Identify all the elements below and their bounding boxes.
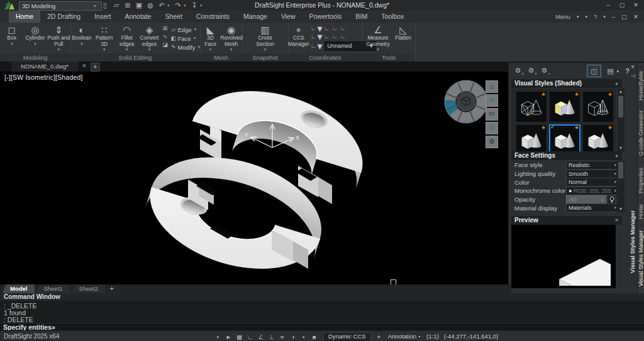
home-view-button[interactable]: ⌂ <box>486 80 498 93</box>
help-button[interactable]: ? <box>591 11 600 23</box>
edge-menu-button[interactable]: ▱ Edge ▾ <box>170 25 201 34</box>
command-window[interactable]: Command Window : _DELETE 1 found : DELET… <box>0 293 644 323</box>
rail-tab-home[interactable]: Home <box>638 200 644 223</box>
solid-erase-icon[interactable]: ◪ <box>160 41 169 49</box>
add-scale-button[interactable]: + <box>374 332 384 341</box>
tab-sheet2[interactable]: Sheet2 <box>72 284 106 293</box>
ccs-rotate-icon[interactable]: ∟ <box>339 33 347 41</box>
ccs-manager-button[interactable]: ⌖ CCS Manager <box>288 23 309 53</box>
convert-edges-button[interactable]: ◈ Convert edges ▾ <box>138 23 161 53</box>
document-tab[interactable]: NONAME_0.dwg* <box>11 62 78 72</box>
rotate-90-button[interactable]: 90 <box>486 108 498 121</box>
scroll-up-icon[interactable]: ▲ <box>617 89 625 95</box>
restore-button[interactable]: ▢ <box>615 0 629 11</box>
save-icon[interactable]: ▣ <box>133 0 145 11</box>
boolean-button[interactable]: ◐ Boolean ▾ <box>70 23 93 53</box>
polar-tracking-icon[interactable]: ∠ <box>255 332 266 341</box>
grid-icon[interactable]: ▦ <box>234 332 245 341</box>
panel-pin-icon[interactable]: ⊤ <box>628 72 637 80</box>
add-sheet-button[interactable]: + <box>107 284 117 293</box>
close-button[interactable]: ✕ <box>629 0 643 11</box>
styles-scrollbar[interactable]: ▲ ▼ <box>617 89 625 151</box>
tab-sheet1[interactable]: Sheet1 <box>36 284 70 293</box>
model-viewport[interactable]: ZXY [-][SW Isometric][Shaded] ⌂ ↺ 90 ↻ ⚙ <box>0 72 508 284</box>
new-file-icon[interactable]: ▯ <box>99 0 111 11</box>
undo-icon[interactable]: ↶ <box>156 0 167 11</box>
new-document-tab-button[interactable]: + <box>91 63 100 72</box>
style-thumb-shaded-edges[interactable]: ★ <box>583 125 613 151</box>
redo-caret-icon[interactable]: ▾ <box>184 0 189 11</box>
minimize-button[interactable]: – <box>601 0 615 11</box>
style-thumb-flat[interactable]: ★ <box>516 125 547 151</box>
rail-tab-homebyme[interactable]: HomeByMe <box>638 67 644 104</box>
rail-tab-gcode-generator[interactable]: G-code Generator <box>638 106 644 160</box>
undo-caret-icon[interactable]: ▾ <box>167 0 172 11</box>
entity-snap-icon[interactable]: ⌖ <box>213 332 223 341</box>
tab-bim[interactable]: BIM <box>348 11 374 23</box>
scroll-down-icon[interactable]: ▼ <box>617 206 625 212</box>
dynamic-ccs-button[interactable]: Dynamic CCS <box>323 332 371 341</box>
tab-model[interactable]: Model <box>3 284 35 293</box>
tab-manage[interactable]: Manage <box>236 11 274 23</box>
preview-section-header[interactable]: Preview ✕ <box>511 216 622 225</box>
preview-close-icon[interactable]: ✕ <box>614 216 619 225</box>
redo-icon[interactable]: ↷ <box>172 0 184 11</box>
delete-visual-style-button[interactable]: ⚙ − <box>538 65 551 76</box>
toggle-preview-button[interactable]: ◫ <box>587 65 601 77</box>
ccs-view-icon[interactable]: ∟ <box>339 24 347 33</box>
panel-close-icon[interactable]: ✕ <box>628 63 637 72</box>
face-menu-button[interactable]: ◧ Face ▾ <box>170 34 201 43</box>
ribbon-collapse-icon[interactable]: ▾ <box>582 11 591 23</box>
scroll-down-icon[interactable]: ▼ <box>617 145 625 151</box>
tab-insert[interactable]: Insert <box>87 11 118 23</box>
face-style-select[interactable]: Realistic ▾ <box>566 161 619 170</box>
push-pull-button[interactable]: ⇕ Push and Pull ▾ <box>47 23 70 53</box>
solid-sweep-icon[interactable]: ∿ <box>160 33 169 41</box>
tab-toolbox[interactable]: Toolbox <box>374 11 411 23</box>
material-display-select[interactable]: Materials ▾ <box>566 203 619 212</box>
wheel-settings-button[interactable]: ⚙ <box>486 136 498 148</box>
3d-face-button[interactable]: ◣ 3D Face ▾ <box>201 23 221 53</box>
tab-powertools[interactable]: Powertools <box>303 11 349 23</box>
measure-geometry-button[interactable]: ∠ Measure Geometry ▾ <box>364 23 392 53</box>
tab-2d-drafting[interactable]: 2D Drafting <box>40 11 87 23</box>
annotation-scale-button[interactable]: Annotation <box>388 331 416 341</box>
ccs-entity-icon[interactable]: ∟ <box>331 24 339 33</box>
rotate-cw-button[interactable]: ↻ <box>486 122 498 134</box>
viewport-controls-toggle[interactable]: [-] <box>4 73 11 81</box>
annotation-caret-icon[interactable]: ▾ <box>416 332 423 341</box>
3d-model-split-ring[interactable]: ZXY <box>0 72 508 284</box>
print-icon[interactable]: ◍ <box>145 0 156 11</box>
tab-constraints[interactable]: Constraints <box>189 11 236 23</box>
menu-button[interactable]: Menu <box>552 11 574 23</box>
solid-stack-icon[interactable]: ⊞ <box>160 24 169 33</box>
scrollbar-thumb[interactable] <box>618 162 623 178</box>
panel-options-button[interactable]: ▤ ▾ <box>604 65 617 77</box>
document-tab-close-icon[interactable]: ✕ <box>79 62 89 72</box>
ortho-icon[interactable]: ∟ <box>245 332 255 341</box>
ccs-world-icon[interactable]: ∟ <box>309 24 318 33</box>
fillet-edges-button[interactable]: ◠ Fillet edges ▾ <box>116 23 138 53</box>
entity-track-icon[interactable]: ⊥ <box>266 332 277 341</box>
save-all-icon[interactable]: ⊞ <box>122 0 133 11</box>
copy-visual-style-button[interactable]: ⚙ + <box>525 65 538 76</box>
tab-view[interactable]: View <box>274 11 303 23</box>
doc-minimize-button[interactable]: – <box>609 11 618 23</box>
tab-annotate[interactable]: Annotate <box>118 11 158 23</box>
viewport-style-selector[interactable]: [Shaded] <box>55 73 83 81</box>
open-file-icon[interactable]: ▱ <box>111 0 122 11</box>
rail-tab-properties[interactable]: Properties <box>638 162 644 198</box>
style-thumb-hidden[interactable]: ★ <box>583 92 613 122</box>
stop-icon[interactable]: ■ <box>309 332 319 341</box>
ccs-origin-icon[interactable]: ∟ <box>309 33 318 41</box>
command-window-title[interactable]: Command Window <box>0 293 644 301</box>
opacity-highlight-button[interactable] <box>608 195 616 204</box>
ccs-zaxis-icon[interactable]: ∟ <box>323 33 331 41</box>
dynamic-input-icon[interactable]: ▪ <box>298 332 309 341</box>
rotate-ccw-button[interactable]: ↺ <box>486 94 498 107</box>
scrollbar-thumb[interactable] <box>618 96 623 117</box>
ccs-named-icon[interactable]: ∟ <box>309 42 318 50</box>
style-thumb-conceptual[interactable]: ★ <box>550 92 580 122</box>
cylinder-button[interactable]: ◎ Cylinder ▾ <box>23 23 47 53</box>
workspace-combo[interactable]: 3D Modeling ▾ <box>19 1 102 11</box>
